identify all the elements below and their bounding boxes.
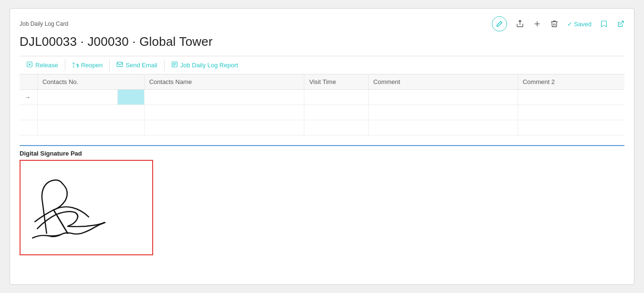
- card-title-small: Job Daily Log Card: [20, 21, 68, 27]
- contacts-table: Contacts No. Contacts Name Visit Time Co…: [20, 74, 624, 136]
- reopen-label: Reopen: [81, 62, 103, 69]
- send-email-button[interactable]: Send Email: [110, 59, 164, 71]
- row-comment[interactable]: [368, 105, 518, 120]
- row-arrow: [20, 120, 37, 136]
- signature-section: Digital Signature Pad: [20, 145, 624, 255]
- col-header-comment2: Comment 2: [518, 74, 624, 90]
- main-title: DJL00033 · J00030 · Global Tower: [20, 34, 624, 49]
- reopen-icon: [72, 61, 79, 69]
- table-row: [20, 105, 624, 120]
- col-header-comment: Comment: [368, 74, 518, 90]
- col-header-arrow: [20, 74, 37, 90]
- col-header-visit-time: Visit Time: [304, 74, 368, 90]
- row-highlight-cell[interactable]: [117, 90, 144, 105]
- header-actions: ✓ Saved: [492, 16, 624, 31]
- table-row: [20, 120, 624, 136]
- add-icon[interactable]: [533, 20, 541, 28]
- row-comment2[interactable]: [518, 105, 624, 120]
- signature-drawing: [21, 161, 152, 254]
- row-comment2[interactable]: [518, 120, 624, 136]
- row-arrow: →: [20, 90, 37, 105]
- row-visit-time[interactable]: [304, 120, 368, 136]
- bookmark-icon[interactable]: [600, 20, 608, 28]
- job-daily-log-report-button[interactable]: Job Daily Log Report: [165, 59, 245, 71]
- col-header-contacts-no: Contacts No.: [37, 74, 144, 90]
- card-header: Job Daily Log Card: [20, 16, 624, 31]
- saved-label: ✓ Saved: [567, 21, 592, 28]
- col-header-contacts-name: Contacts Name: [144, 74, 304, 90]
- release-icon: [26, 61, 33, 69]
- report-icon: [171, 61, 178, 69]
- toolbar: Release Reopen Send Email: [20, 56, 624, 74]
- table-header-row: Contacts No. Contacts Name Visit Time Co…: [20, 74, 624, 90]
- signature-label: Digital Signature Pad: [20, 150, 624, 157]
- open-external-icon[interactable]: [616, 20, 624, 28]
- edit-button[interactable]: [492, 16, 507, 31]
- row-visit-time[interactable]: [304, 105, 368, 120]
- row-comment[interactable]: [368, 120, 518, 136]
- row-contacts-name[interactable]: [144, 105, 304, 120]
- release-label: Release: [35, 62, 58, 69]
- table-row: →: [20, 90, 624, 105]
- row-contacts-no[interactable]: [37, 120, 144, 136]
- row-comment[interactable]: [368, 90, 518, 105]
- reopen-button[interactable]: Reopen: [65, 59, 110, 71]
- contacts-table-section: Contacts No. Contacts Name Visit Time Co…: [20, 74, 624, 136]
- row-contacts-no[interactable]: [37, 90, 117, 105]
- row-comment2[interactable]: [518, 90, 624, 105]
- row-arrow: [20, 105, 37, 120]
- row-visit-time[interactable]: [304, 90, 368, 105]
- delete-icon[interactable]: [550, 20, 559, 28]
- row-contacts-no[interactable]: [37, 105, 144, 120]
- job-daily-log-card: Job Daily Log Card: [10, 8, 634, 285]
- release-button[interactable]: Release: [20, 59, 65, 71]
- row-contacts-name[interactable]: [144, 120, 304, 136]
- svg-rect-3: [117, 62, 123, 66]
- send-email-icon: [116, 61, 123, 69]
- row-contacts-name[interactable]: [144, 90, 304, 105]
- send-email-label: Send Email: [125, 62, 157, 69]
- share-icon[interactable]: [516, 20, 524, 28]
- signature-pad[interactable]: [20, 160, 153, 255]
- report-label: Job Daily Log Report: [180, 62, 238, 69]
